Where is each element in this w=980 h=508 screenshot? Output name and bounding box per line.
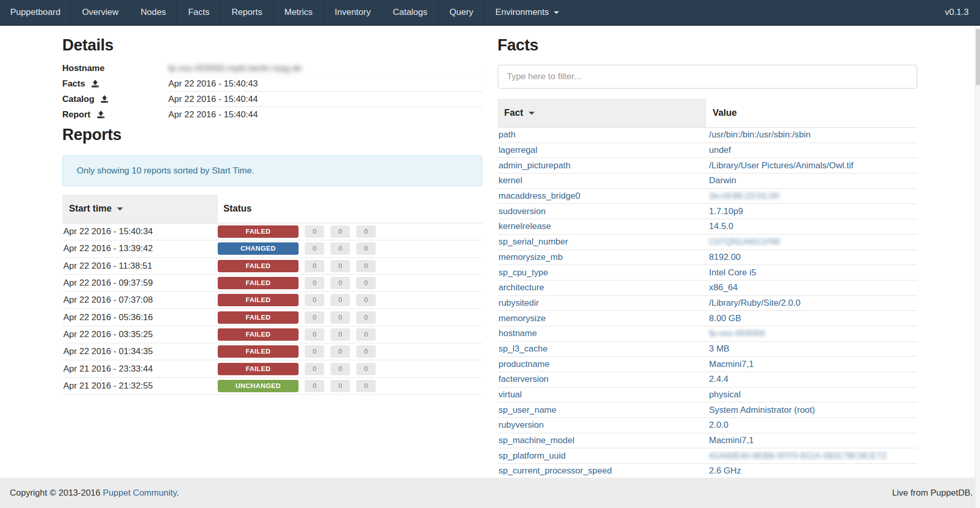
copyright-text: Copyright © 2013-2016 — [10, 488, 103, 498]
report-count: 0 — [356, 380, 376, 392]
column-header-fact[interactable]: Fact — [498, 99, 706, 127]
report-count: 0 — [356, 311, 376, 324]
column-header-value[interactable]: Value — [706, 99, 918, 127]
detail-value: Apr 22 2016 - 15:40:44 — [168, 107, 482, 122]
fact-name-link[interactable]: path — [499, 130, 516, 139]
report-start-time: Apr 21 2016 - 23:33:44 — [62, 364, 218, 374]
fact-name-link[interactable]: sp_user_name — [499, 405, 556, 415]
fact-value-link[interactable]: 8.00 GB — [709, 313, 741, 323]
facts-table-row: sp_platform_uuid 41A00E40-6EB6-5FF0-811A… — [498, 448, 918, 464]
column-header-start-time[interactable]: Start time — [62, 195, 218, 223]
puppet-community-link[interactable]: Puppet Community — [103, 488, 177, 498]
report-count: 0 — [305, 363, 324, 375]
fact-name-link[interactable]: sudoversion — [499, 206, 546, 216]
fact-name-link[interactable]: memorysize — [499, 313, 546, 323]
report-count: 0 — [330, 294, 350, 306]
fact-value-link[interactable]: 2.4.4 — [709, 374, 729, 384]
fact-value-link[interactable]: 2.0.0 — [709, 420, 729, 430]
fact-name-link[interactable]: sp_cpu_type — [499, 268, 548, 277]
fact-name-link[interactable]: virtual — [499, 390, 522, 399]
report-count: 0 — [330, 277, 350, 289]
nav-item-overview[interactable]: Overview — [71, 0, 130, 25]
fact-value-link[interactable]: 8192.00 — [709, 252, 741, 262]
fact-name-link[interactable]: sp_serial_number — [499, 237, 568, 247]
navbar: Puppetboard Overview Nodes Facts Reports… — [0, 0, 980, 26]
facts-table-row: virtual physical — [498, 388, 918, 403]
report-count: 0 — [356, 294, 376, 306]
fact-value-link[interactable]: 41A00E40-6EB6-5FF0-811A-08317BC9CE72 — [709, 451, 887, 461]
nav-item-reports[interactable]: Reports — [221, 0, 274, 25]
fact-value-link[interactable]: /Library/User Pictures/Animals/Owl.tif — [709, 161, 854, 170]
fact-value-link[interactable]: /Library/Ruby/Site/2.0.0 — [709, 298, 801, 308]
report-start-time: Apr 22 2016 - 05:36:16 — [62, 312, 218, 323]
fact-name-link[interactable]: macaddress_bridge0 — [499, 191, 581, 201]
nav-item-catalogs[interactable]: Catalogs — [382, 0, 439, 25]
main-content: Details Hostname fp-osx-003056.mpib-berl… — [0, 26, 980, 479]
value-header-label: Value — [713, 108, 737, 118]
fact-name-link[interactable]: memorysize_mb — [499, 252, 563, 262]
fact-value-link[interactable]: 2.6 GHz — [709, 466, 741, 476]
reports-table-row: Apr 22 2016 - 01:34:35 FAILED 0 0 0 — [62, 343, 482, 360]
column-header-status[interactable]: Status — [218, 195, 482, 223]
fact-name-link[interactable]: rubyversion — [499, 420, 544, 430]
fact-value-link[interactable]: fp-osx-003056 — [709, 328, 765, 338]
fact-header-label: Fact — [504, 108, 523, 118]
report-count: 0 — [330, 345, 350, 358]
fact-value-link[interactable]: C07QN1A6G1HW — [709, 237, 780, 247]
facts-filter-input[interactable] — [498, 65, 918, 89]
fact-value-link[interactable]: 1.7.10p9 — [709, 206, 743, 216]
facts-table-row: sp_cpu_type Intel Core i5 — [498, 265, 918, 281]
report-status-badge: FAILED — [218, 328, 299, 341]
facts-table-row: admin_picturepath /Library/User Pictures… — [498, 158, 918, 173]
fact-name-link[interactable]: architecture — [499, 283, 545, 292]
report-status-badge: FAILED — [218, 260, 299, 272]
fact-value-link[interactable]: Darwin — [709, 176, 737, 185]
fact-name-link[interactable]: sp_l3_cache — [499, 344, 548, 354]
upload-icon — [91, 80, 99, 88]
report-count: 0 — [356, 345, 376, 358]
nav-item-metrics[interactable]: Metrics — [273, 0, 324, 25]
fact-value-link[interactable]: x86_64 — [709, 283, 738, 292]
facts-table-row: path /usr/bin:/bin:/usr/sbin:/sbin — [498, 128, 918, 143]
fact-value-link[interactable]: 3a:c9:86:22:01:00 — [709, 191, 779, 201]
nav-item-inventory[interactable]: Inventory — [324, 0, 382, 25]
start-time-header-label: Start time — [69, 203, 112, 214]
fact-value-link[interactable]: System Administrator (root) — [709, 405, 815, 415]
fact-value-link[interactable]: Intel Core i5 — [709, 268, 757, 277]
fact-name-link[interactable]: lagerregal — [499, 145, 538, 155]
fact-value-link[interactable]: Macmini7,1 — [709, 435, 754, 445]
facts-table-row: rubysitedir /Library/Ruby/Site/2.0.0 — [498, 296, 918, 311]
reports-notice: Only showing 10 reports sorted by Start … — [62, 155, 482, 186]
fact-name-link[interactable]: hostname — [499, 328, 537, 338]
environments-dropdown[interactable]: Environments — [485, 0, 570, 25]
nav-item-query[interactable]: Query — [439, 0, 484, 25]
fact-name-link[interactable]: sp_platform_uuid — [499, 451, 566, 461]
nav-item-facts[interactable]: Facts — [177, 0, 221, 25]
nav-brand[interactable]: Puppetboard — [0, 0, 71, 25]
fact-name-link[interactable]: kernel — [499, 176, 522, 185]
fact-name-link[interactable]: kernelrelease — [499, 221, 551, 231]
fact-name-link[interactable]: facterversion — [499, 374, 549, 384]
fact-name-link[interactable]: rubysitedir — [499, 298, 539, 308]
fact-name-link[interactable]: sp_machine_model — [499, 435, 574, 445]
facts-table-row: sp_machine_model Macmini7,1 — [498, 433, 918, 449]
nav-item-nodes[interactable]: Nodes — [130, 0, 177, 25]
report-start-time: Apr 21 2016 - 21:32:55 — [62, 381, 218, 391]
fact-value-link[interactable]: undef — [709, 145, 731, 155]
fact-name-link[interactable]: admin_picturepath — [499, 161, 571, 170]
scrollbar-track[interactable] — [975, 27, 980, 508]
fact-value-link[interactable]: 14.5.0 — [709, 221, 733, 231]
reports-table-row: Apr 22 2016 - 15:40:34 FAILED 0 0 0 — [62, 223, 482, 240]
report-count: 0 — [330, 311, 350, 324]
fact-value-link[interactable]: 3 MB — [709, 344, 730, 354]
fact-name-link[interactable]: sp_current_processor_speed — [499, 466, 612, 476]
upload-icon — [100, 95, 109, 103]
fact-value-link[interactable]: physical — [709, 390, 741, 399]
caret-down-icon — [529, 112, 535, 115]
fact-value-link[interactable]: Macmini7,1 — [709, 359, 754, 369]
fact-name-link[interactable]: productname — [499, 359, 550, 369]
report-count: 0 — [330, 260, 350, 272]
facts-table-body: path /usr/bin:/bin:/usr/sbin:/sbin lager… — [498, 128, 918, 479]
fact-value-link[interactable]: /usr/bin:/bin:/usr/sbin:/sbin — [709, 130, 811, 139]
scrollbar-thumb[interactable] — [976, 29, 980, 85]
